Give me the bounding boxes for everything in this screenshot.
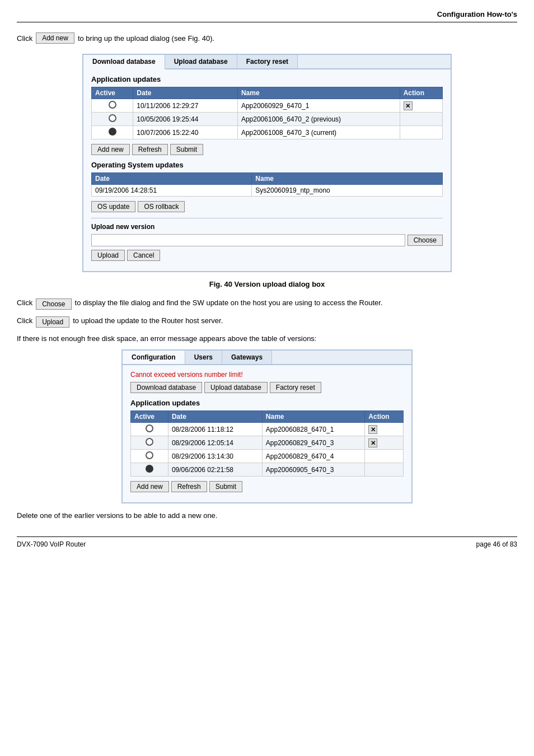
d2-col-name: Name [262,411,364,423]
app-buttons-row: Add new Refresh Submit [91,144,443,155]
delete-button[interactable]: ✕ [368,438,377,447]
date-cell: 08/29/2006 12:05:14 [168,436,262,450]
table-row: 09/06/2006 02:21:58App20060905_6470_3 [131,463,404,477]
d2-refresh-button[interactable]: Refresh [171,481,207,492]
name-cell: App20060829_6470_3 [262,436,364,450]
version-upload-dialog: Download database Upload database Factor… [82,54,452,272]
radio-indicator[interactable] [146,465,153,473]
d2-submit-button[interactable]: Submit [209,481,242,492]
action-cell: ✕ [400,99,442,113]
inner-tab-factory[interactable]: Factory reset [270,382,321,393]
radio-indicator[interactable] [146,424,153,432]
dialog1-content: Application updates Active Date Name Act… [83,69,451,271]
upload-button[interactable]: Upload [91,250,125,261]
active-cell[interactable] [92,113,133,126]
table-row: 08/29/2006 13:14:30App20060829_6470_4 [131,450,404,463]
os-section: Operating System updates Date Name 09/19… [91,161,443,212]
tab-download-database[interactable]: Download database [83,55,165,69]
para3-block: If there is not enough free disk space, … [17,334,517,343]
table-row: 08/28/2006 11:18:12App20060828_6470_1✕ [131,423,404,436]
table-row: 10/05/2006 19:25:44App20061006_6470_2 (p… [92,113,443,126]
radio-indicator[interactable] [146,438,153,446]
upload-inline-button[interactable]: Upload [36,316,69,328]
para2-text: to upload the update to the Router host … [73,316,223,325]
os-update-button[interactable]: OS update [91,201,135,212]
upload-buttons-row: Upload Cancel [91,250,443,261]
col-active: Active [92,87,133,99]
name-cell: App20061008_6470_3 (current) [237,126,400,139]
date-cell: 08/29/2006 13:14:30 [168,450,262,463]
add-new-app-button[interactable]: Add new [91,144,130,155]
dialog2-app-table: Active Date Name Action 08/28/2006 11:18… [130,410,404,477]
active-cell[interactable] [131,436,168,450]
submit-button[interactable]: Submit [170,144,203,155]
os-col-date: Date [92,173,252,185]
dialog2-app-updates-title: Application updates [130,399,404,407]
app-updates-title: Application updates [91,75,443,83]
table-row: 10/11/2006 12:29:27App20060929_6470_1✕ [92,99,443,113]
inner-tab-download[interactable]: Download database [130,382,202,393]
radio-indicator[interactable] [146,451,153,459]
delete-button[interactable]: ✕ [368,425,377,434]
active-cell[interactable] [131,463,168,477]
action-cell [400,126,442,139]
tab2-users[interactable]: Users [185,351,222,364]
active-cell[interactable] [92,99,133,113]
name-cell: App20060829_6470_4 [262,450,364,463]
intro-desc-text: to bring up the upload dialog (see Fig. … [78,34,214,43]
dialog2-content: Cannot exceed versions number limit! Dow… [123,365,411,502]
add-new-button[interactable]: Add new [36,32,74,44]
col-action: Action [400,87,442,99]
d2-col-action: Action [365,411,404,423]
para4-block: Delete one of the earlier versions to be… [17,511,517,520]
choose-button[interactable]: Choose [407,235,443,246]
os-buttons-row: OS update OS rollback [91,201,443,212]
footer-right: page 46 of 83 [476,540,517,548]
para1-block: Click Choose to display the file dialog … [17,298,517,310]
table-row: 08/29/2006 12:05:14App20060829_6470_3✕ [131,436,404,450]
os-updates-title: Operating System updates [91,161,443,169]
date-cell: 10/05/2006 19:25:44 [133,113,238,126]
para2-click: Click [17,316,32,325]
file-input[interactable] [91,234,405,246]
d2-add-new-button[interactable]: Add new [130,481,169,492]
radio-indicator[interactable] [109,101,116,109]
os-updates-table: Date Name 09/19/2006 14:28:51Sys20060919… [91,172,443,197]
os-rollback-button[interactable]: OS rollback [138,201,185,212]
tab-upload-database[interactable]: Upload database [165,55,237,68]
upload-file-row: Choose [91,234,443,246]
tab2-configuration[interactable]: Configuration [123,351,185,364]
upload-section-title: Upload new version [91,223,443,231]
footer-left: DVX-7090 VoIP Router [17,540,86,548]
active-cell[interactable] [131,450,168,463]
action-cell: ✕ [365,423,404,436]
dialog2-app-buttons-row: Add new Refresh Submit [130,481,404,492]
active-cell[interactable] [131,423,168,436]
delete-button[interactable]: ✕ [404,101,413,110]
table-row: 09/19/2006 14:28:51Sys20060919_ntp_mono [92,185,443,197]
para1-click: Click [17,298,32,307]
radio-indicator[interactable] [109,128,116,136]
action-cell [365,463,404,477]
para1-text: to display the file dialog and find the … [75,298,383,307]
name-cell: App20060828_6470_1 [262,423,364,436]
name-cell: App20060929_6470_1 [237,99,400,113]
table-row: 10/07/2006 15:22:40App20061008_6470_3 (c… [92,126,443,139]
d2-col-date: Date [168,411,262,423]
d2-col-active: Active [131,411,168,423]
active-cell[interactable] [92,126,133,139]
date-cell: 10/07/2006 15:22:40 [133,126,238,139]
tab-factory-reset[interactable]: Factory reset [237,55,298,68]
dialog2-inner-tabs: Download database Upload database Factor… [130,382,404,393]
choose-inline-button[interactable]: Choose [36,298,71,310]
header-title: Configuration How-to's [437,10,517,18]
inner-tab-upload[interactable]: Upload database [204,382,268,393]
cancel-button[interactable]: Cancel [127,250,160,261]
name-cell: App20061006_6470_2 (previous) [237,113,400,126]
action-cell: ✕ [365,436,404,450]
intro-line: Click Add new to bring up the upload dia… [17,32,517,44]
radio-indicator[interactable] [109,114,116,122]
refresh-button[interactable]: Refresh [132,144,168,155]
footer: DVX-7090 VoIP Router page 46 of 83 [17,536,517,548]
tab2-gateways[interactable]: Gateways [222,351,272,364]
